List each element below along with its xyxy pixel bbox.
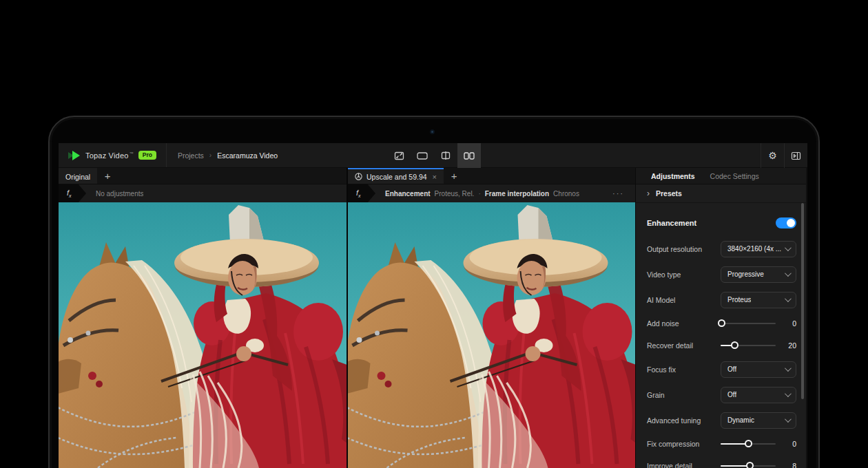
chevron-down-icon <box>785 244 792 251</box>
output-resolution-dropdown[interactable]: 3840×2160 (4x ... <box>721 241 796 257</box>
chevron-down-icon <box>785 416 792 423</box>
tab-original[interactable]: Original <box>59 168 97 184</box>
app-window: Topaz Video™ Pro Projects›Escaramuza Vid… <box>59 143 807 468</box>
video-type-label: Video type <box>647 270 721 279</box>
add-noise-slider[interactable]: 0 <box>721 319 796 328</box>
enhancement-header-row: Enhancement <box>647 210 796 236</box>
control-row-ai-model: AI ModelProteus <box>647 287 796 312</box>
fix-compression-slider[interactable]: 0 <box>721 440 796 448</box>
fit-view-button[interactable] <box>387 143 411 168</box>
improve-detail-label: Improve detail <box>647 462 721 468</box>
panel-scrollbar[interactable] <box>801 203 804 399</box>
ai-model-label: AI Model <box>647 296 721 304</box>
enhanced-filter-bar: fx EnhancementProteus, Rel.·Frame interp… <box>348 184 635 202</box>
improve-detail-slider-knob[interactable] <box>746 462 754 468</box>
control-row-improve-detail: Improve detail8 <box>647 455 796 468</box>
recover-detail-label: Recover detail <box>647 341 721 350</box>
recover-detail-value: 20 <box>778 341 796 350</box>
add-noise-value: 0 <box>778 319 796 328</box>
filter-label-frame-interpolation: Frame interpolation <box>485 190 549 198</box>
presets-section-toggle[interactable]: › Presets <box>636 184 806 203</box>
fix-compression-slider-track[interactable] <box>721 443 776 445</box>
output-resolution-value: 3840×2160 (4x ... <box>727 245 781 253</box>
panel-tab-codec-settings[interactable]: Codec Settings <box>710 172 759 180</box>
enhancement-toggle[interactable] <box>776 217 796 228</box>
side-by-side-view-button[interactable] <box>457 143 481 168</box>
add-noise-slider-knob[interactable] <box>718 319 725 327</box>
app-logo[interactable]: Topaz Video™ Pro <box>59 143 167 167</box>
original-tab-bar: Original + <box>59 168 347 184</box>
breadcrumb-separator: › <box>209 151 211 159</box>
breadcrumb-item-projects[interactable]: Projects <box>178 151 204 160</box>
view-mode-switcher <box>387 143 481 168</box>
panel-body: Enhancement Output resolution3840×2160 (… <box>636 203 806 468</box>
fix-compression-slider-knob[interactable] <box>745 440 752 447</box>
enhanced-tab-bar: Upscale and 59.94 × + <box>348 168 635 184</box>
content-area: Original + fx No adjustments <box>59 168 807 468</box>
close-tab-icon[interactable]: × <box>433 173 437 181</box>
breadcrumb: Projects›Escaramuza Video <box>167 151 289 160</box>
ai-model-value: Proteus <box>727 296 751 304</box>
pane-enhanced: Upscale and 59.94 × + fx EnhancementProt… <box>347 168 635 468</box>
fix-compression-label: Fix compression <box>647 440 721 448</box>
original-filter-bar: fx No adjustments <box>59 184 347 202</box>
panel-toggle-icon <box>791 151 801 160</box>
webcam-dot <box>430 129 435 134</box>
chevron-down-icon <box>785 390 792 397</box>
improve-detail-slider[interactable]: 8 <box>721 462 796 468</box>
recover-detail-slider-track[interactable] <box>721 345 776 346</box>
chevron-down-icon <box>785 365 792 372</box>
chevron-down-icon <box>785 295 792 302</box>
chevron-down-icon <box>785 270 792 277</box>
ai-model-dropdown[interactable]: Proteus <box>721 292 796 308</box>
control-row-focus-fix: Focus fixOff <box>647 357 796 382</box>
grain-dropdown[interactable]: Off <box>721 387 796 403</box>
control-row-grain: GrainOff <box>647 382 796 407</box>
panel-tab-adjustments[interactable]: Adjustments <box>651 172 695 180</box>
video-type-dropdown[interactable]: Progressive <box>721 266 796 283</box>
recover-detail-slider[interactable]: 20 <box>721 341 796 350</box>
toggle-right-panel-button[interactable] <box>784 143 807 168</box>
control-row-add-noise: Add noise0 <box>647 312 796 334</box>
enhancement-wheel-icon <box>355 173 362 180</box>
top-bar: Topaz Video™ Pro Projects›Escaramuza Vid… <box>59 143 807 168</box>
advanced-tuning-value: Dynamic <box>727 416 754 424</box>
split-view-button[interactable] <box>434 143 457 168</box>
breadcrumb-item-escaramuza-video[interactable]: Escaramuza Video <box>217 151 278 160</box>
enhancement-controls: Output resolution3840×2160 (4x ...Video … <box>647 236 796 468</box>
gear-icon: ⚙ <box>768 150 777 161</box>
control-row-recover-detail: Recover detail20 <box>647 334 796 357</box>
fix-compression-value: 0 <box>778 440 796 448</box>
filter-separator: · <box>478 190 480 198</box>
screenshot-stage: Topaz Video™ Pro Projects›Escaramuza Vid… <box>0 0 868 468</box>
filter-more-button[interactable]: ··· <box>608 184 628 202</box>
adjustments-panel: AdjustmentsCodec Settings › Presets Enha… <box>635 168 806 468</box>
add-tab-button-2[interactable]: + <box>444 168 464 184</box>
add-noise-label: Add noise <box>647 319 721 328</box>
advanced-tuning-label: Advanced tuning <box>647 416 721 425</box>
pro-badge: Pro <box>138 151 156 160</box>
single-view-button[interactable] <box>411 143 434 168</box>
video-preview-original[interactable] <box>59 202 347 468</box>
advanced-tuning-dropdown[interactable]: Dynamic <box>721 412 796 429</box>
improve-detail-slider-track[interactable] <box>721 465 776 467</box>
panel-tab-bar: AdjustmentsCodec Settings <box>636 168 806 184</box>
add-tab-button[interactable]: + <box>97 168 118 184</box>
fx-icon: fx <box>348 184 375 202</box>
filter-label-enhancement: Enhancement <box>385 190 431 198</box>
app-title: Topaz Video™ <box>85 151 134 160</box>
tab-upscale[interactable]: Upscale and 59.94 × <box>348 168 444 184</box>
control-row-output-resolution: Output resolution3840×2160 (4x ... <box>647 236 796 262</box>
filter-value-enhancement: Proteus, Rel. <box>435 190 475 198</box>
control-row-fix-compression: Fix compression0 <box>647 433 796 455</box>
focus-fix-dropdown[interactable]: Off <box>721 361 796 378</box>
focus-fix-value: Off <box>727 365 736 373</box>
recover-detail-slider-knob[interactable] <box>731 341 738 349</box>
grain-label: Grain <box>647 391 721 399</box>
topaz-play-icon <box>68 151 81 160</box>
top-right-controls: ⚙ <box>761 143 807 168</box>
filter-value-frame-interpolation: Chronos <box>553 190 579 198</box>
settings-button[interactable]: ⚙ <box>761 143 784 168</box>
add-noise-slider-track[interactable] <box>721 323 776 324</box>
video-preview-enhanced[interactable] <box>348 202 635 468</box>
